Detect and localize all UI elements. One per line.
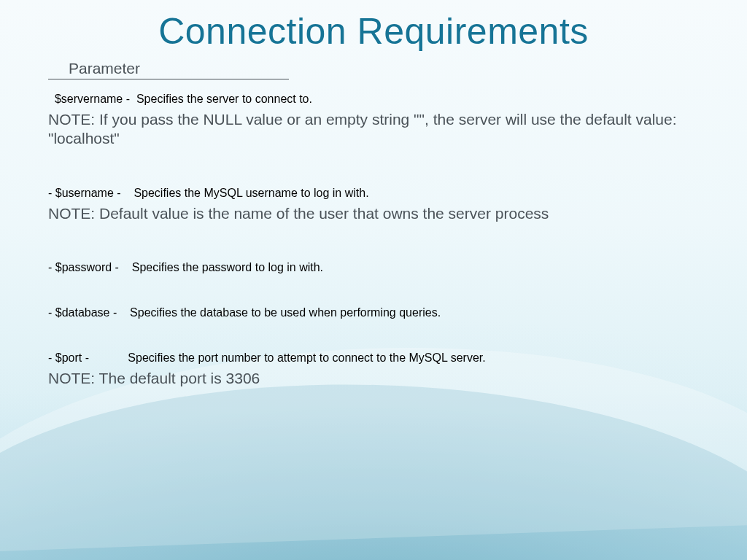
param-desc: Specifies the password to log in with. [132, 261, 323, 274]
slide-title: Connection Requirements [48, 10, 699, 52]
list-item: - $database - Specifies the database to … [48, 306, 699, 319]
param-desc: Specifies the server to connect to. [136, 93, 312, 106]
list-item: - $username - Specifies the MySQL userna… [48, 187, 699, 200]
slide: Connection Requirements Parameter $serve… [0, 0, 747, 560]
param-name: - $username - [48, 187, 133, 200]
param-desc: Specifies the MySQL username to log in w… [133, 187, 368, 200]
param-name: - $port - [48, 351, 128, 365]
param-desc: Specifies the port number to attempt to … [128, 351, 485, 365]
list-item: - $port - Specifies the port number to a… [48, 351, 699, 365]
param-note: NOTE: Default value is the name of the u… [48, 204, 699, 223]
param-name: $servername - [48, 93, 136, 106]
param-note: NOTE: The default port is 3306 [48, 369, 699, 388]
param-desc: Specifies the database to be used when p… [130, 306, 441, 319]
param-name: - $password - [48, 261, 132, 274]
parameter-list: $servername - Specifies the server to co… [48, 93, 699, 388]
list-item: - $password - Specifies the password to … [48, 261, 699, 274]
list-item: $servername - Specifies the server to co… [48, 93, 699, 106]
param-note: NOTE: If you pass the NULL value or an e… [48, 110, 699, 149]
parameter-header: Parameter [48, 60, 289, 79]
param-name: - $database - [48, 306, 130, 319]
